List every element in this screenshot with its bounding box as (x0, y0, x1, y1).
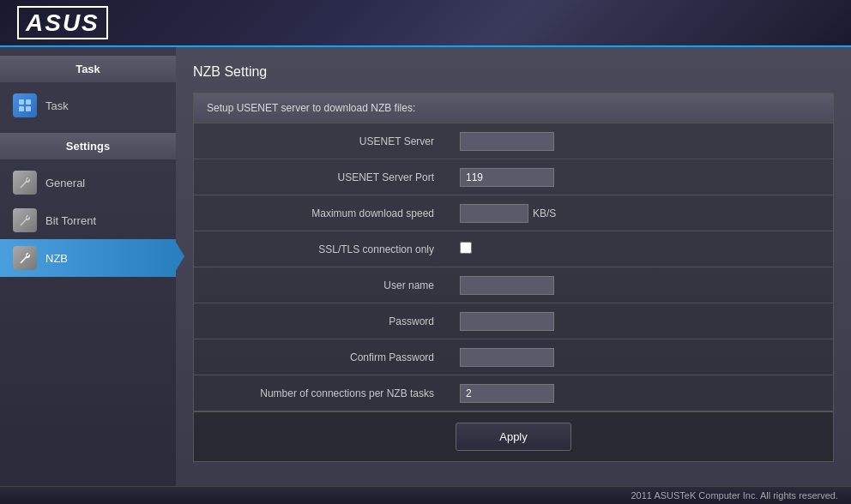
usenet-port-input[interactable] (460, 168, 554, 187)
username-input[interactable] (460, 276, 554, 295)
page-title: NZB Setting (193, 64, 834, 80)
speed-unit: KB/S (533, 207, 556, 219)
sidebar-bittorrent-label: Bit Torrent (45, 214, 96, 227)
apply-button[interactable]: Apply (456, 423, 571, 451)
wrench-icon-bittorrent (13, 208, 37, 232)
password-row: Password (194, 303, 833, 339)
wrench-icon-nzb (13, 246, 37, 270)
svg-rect-1 (26, 99, 31, 105)
connections-input[interactable] (460, 384, 554, 403)
svg-rect-0 (19, 99, 24, 105)
confirm-password-control (451, 344, 833, 371)
usenet-port-label: USENET Server Port (194, 171, 451, 183)
apply-row: Apply (194, 411, 833, 461)
confirm-password-input[interactable] (460, 348, 554, 367)
max-speed-row: Maximum download speed KB/S (194, 195, 833, 231)
form-panel: Setup USENET server to download NZB file… (193, 93, 834, 462)
sidebar-item-bittorrent[interactable]: Bit Torrent (0, 201, 176, 239)
connections-label: Number of connections per NZB tasks (194, 387, 451, 399)
form-description: Setup USENET server to download NZB file… (194, 93, 833, 123)
password-input[interactable] (460, 312, 554, 331)
connections-control (451, 380, 833, 407)
sidebar-general-label: General (45, 177, 85, 189)
main-layout: Task Task Settings (0, 47, 851, 504)
usenet-server-input[interactable] (460, 132, 554, 151)
max-speed-control: KB/S (451, 200, 833, 227)
ssl-tls-row: SSL/TLS connection only (194, 231, 833, 267)
footer-text: 2011 ASUSTeK Computer Inc. All rights re… (631, 490, 838, 501)
ssl-tls-label: SSL/TLS connection only (194, 243, 451, 255)
sidebar-task-label: Task (45, 99, 69, 112)
password-control (451, 308, 833, 335)
sidebar-item-nzb[interactable]: NZB (0, 239, 176, 277)
wrench-icon-general (13, 171, 37, 195)
task-icon (13, 93, 37, 117)
sidebar-nzb-label: NZB (45, 252, 68, 265)
username-label: User name (194, 279, 451, 291)
max-speed-label: Maximum download speed (194, 207, 451, 219)
max-speed-input[interactable] (460, 204, 528, 223)
usenet-port-row: USENET Server Port (194, 159, 833, 195)
usenet-server-row: USENET Server (194, 123, 833, 159)
username-control (451, 272, 833, 299)
usenet-port-control (451, 164, 833, 191)
password-label: Password (194, 315, 451, 327)
confirm-password-row: Confirm Password (194, 339, 833, 375)
sidebar: Task Task Settings (0, 47, 176, 504)
task-section-header: Task (0, 56, 176, 82)
logo-text: ASUS (17, 6, 108, 39)
content-area: NZB Setting Setup USENET server to downl… (176, 47, 851, 504)
ssl-tls-control (451, 237, 833, 261)
usenet-server-label: USENET Server (194, 135, 451, 147)
sidebar-item-task[interactable]: Task (0, 87, 176, 124)
sidebar-item-general[interactable]: General (0, 164, 176, 201)
usenet-server-control (451, 128, 833, 155)
username-row: User name (194, 267, 833, 303)
footer: 2011 ASUSTeK Computer Inc. All rights re… (0, 486, 851, 504)
connections-row: Number of connections per NZB tasks (194, 375, 833, 411)
confirm-password-label: Confirm Password (194, 351, 451, 363)
ssl-tls-checkbox[interactable] (460, 242, 472, 254)
svg-rect-3 (26, 106, 31, 111)
settings-section-header: Settings (0, 133, 176, 159)
svg-rect-2 (19, 106, 24, 111)
asus-logo: ASUS (17, 9, 108, 37)
header: ASUS (0, 0, 851, 47)
